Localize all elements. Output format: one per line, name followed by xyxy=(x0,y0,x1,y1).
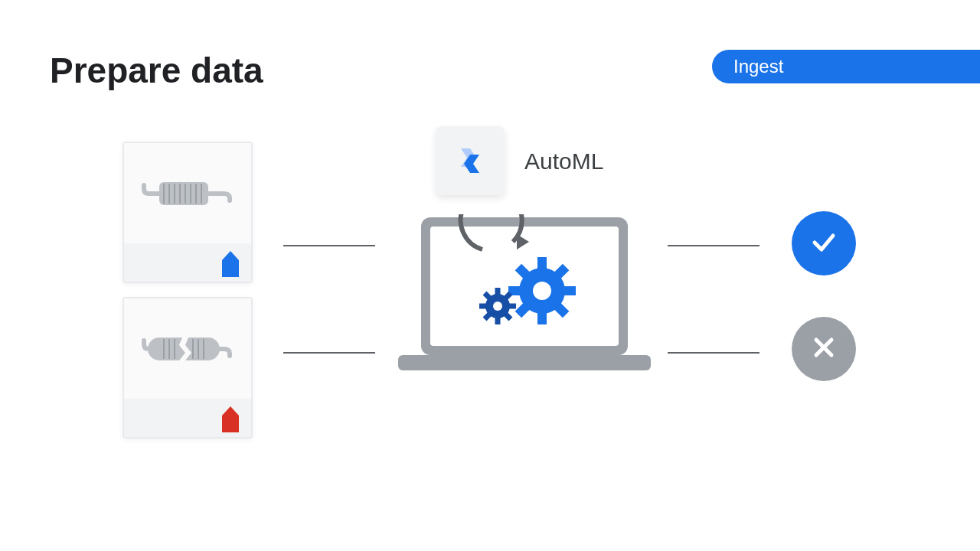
svg-rect-36 xyxy=(479,304,487,309)
muffler-broken-icon xyxy=(124,298,251,399)
stage-pill-ingest: Ingest xyxy=(712,50,980,83)
svg-rect-20 xyxy=(537,257,547,269)
connector-line xyxy=(283,245,375,246)
input-card-good xyxy=(122,142,253,283)
automl-icon xyxy=(436,126,505,195)
laptop-icon xyxy=(398,214,651,378)
diagram-area: AutoML xyxy=(0,122,980,459)
result-bad xyxy=(792,317,856,381)
svg-rect-32 xyxy=(508,304,516,309)
cross-icon xyxy=(810,334,838,364)
check-icon xyxy=(808,227,839,260)
svg-rect-17 xyxy=(398,355,651,370)
result-ok xyxy=(792,211,856,276)
svg-rect-34 xyxy=(495,317,501,324)
svg-rect-30 xyxy=(495,288,501,295)
stage-pill-label: Ingest xyxy=(733,56,783,77)
card-footer xyxy=(124,399,251,437)
svg-point-29 xyxy=(493,302,502,311)
svg-rect-24 xyxy=(537,312,547,324)
card-footer xyxy=(124,243,251,282)
muffler-intact-icon xyxy=(124,143,251,243)
input-card-bad xyxy=(122,297,253,439)
automl-label: AutoML xyxy=(524,148,603,174)
connector-line xyxy=(283,352,375,354)
tag-bad-icon xyxy=(222,406,239,432)
tag-good-icon xyxy=(222,251,239,277)
connector-line xyxy=(668,245,760,246)
svg-rect-22 xyxy=(564,286,576,295)
page-title: Prepare data xyxy=(50,50,263,91)
svg-point-19 xyxy=(533,282,551,300)
connector-line xyxy=(668,352,760,354)
